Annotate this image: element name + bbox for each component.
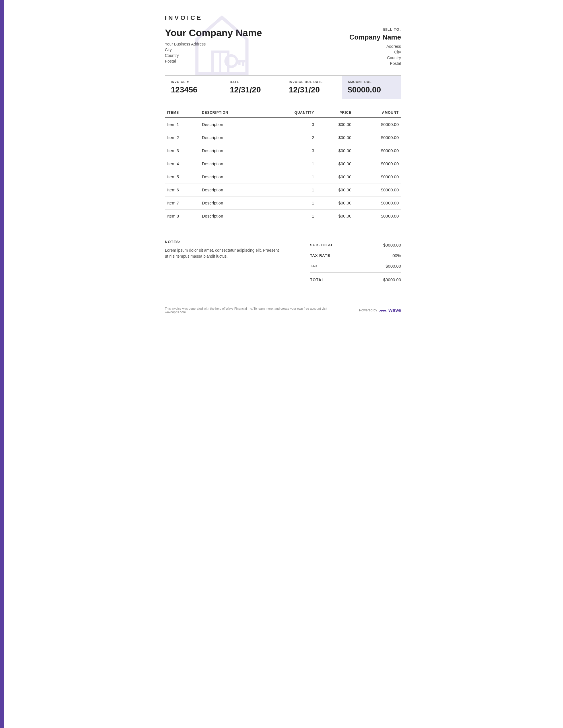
powered-label: Powered by: [359, 308, 377, 312]
col-amount: AMOUNT: [354, 108, 401, 118]
notes-text: Lorem ipsum dolor sit amet, consectetur …: [165, 247, 283, 259]
company-address: Your Business Address: [165, 42, 339, 46]
item-name: Item 8: [165, 210, 200, 223]
amount-due-value: $0000.00: [348, 85, 395, 94]
item-name: Item 4: [165, 157, 200, 170]
company-country: Country: [165, 53, 339, 58]
wave-logo: wave: [379, 307, 401, 313]
bill-to-section: BILL TO: Company Name Address City Count…: [339, 27, 401, 67]
item-quantity: 1: [265, 197, 316, 210]
notes-label: NOTES:: [165, 240, 283, 244]
table-row: Item 7 Description 1 $00.00 $0000.00: [165, 197, 401, 210]
item-price: $00.00: [316, 144, 354, 157]
bottom-section: NOTES: Lorem ipsum dolor sit amet, conse…: [165, 231, 401, 285]
item-amount: $0000.00: [354, 118, 401, 131]
powered-by: Powered by wave: [359, 307, 401, 313]
bill-to-label: BILL TO:: [339, 27, 401, 32]
items-table: ITEMS DESCRIPTION QUANTITY PRICE AMOUNT …: [165, 108, 401, 222]
item-description: Description: [199, 170, 265, 183]
meta-amount-due: AMOUNT DUE $0000.00: [342, 76, 401, 99]
item-name: Item 3: [165, 144, 200, 157]
tax-rate-row: TAX RATE 00%: [310, 250, 401, 261]
item-description: Description: [199, 210, 265, 223]
table-header-row: ITEMS DESCRIPTION QUANTITY PRICE AMOUNT: [165, 108, 401, 118]
col-items: ITEMS: [165, 108, 200, 118]
item-name: Item 5: [165, 170, 200, 183]
item-quantity: 3: [265, 144, 316, 157]
invoice-title: INVOICE: [165, 14, 202, 22]
meta-invoice-num: INVOICE # 123456: [165, 76, 224, 99]
tax-value: $000.00: [386, 264, 401, 268]
table-row: Item 6 Description 1 $00.00 $0000.00: [165, 183, 401, 197]
company-postal: Postal: [165, 59, 339, 63]
bill-city: City: [339, 50, 401, 54]
item-price: $00.00: [316, 170, 354, 183]
item-quantity: 3: [265, 118, 316, 131]
total-row: TOTAL $0000.00: [310, 274, 401, 285]
bill-address: Address: [339, 44, 401, 49]
title-divider: [208, 18, 401, 18]
item-name: Item 6: [165, 183, 200, 197]
item-amount: $0000.00: [354, 170, 401, 183]
meta-date: DATE 12/31/20: [224, 76, 283, 99]
item-price: $00.00: [316, 183, 354, 197]
company-city: City: [165, 47, 339, 52]
item-price: $00.00: [316, 197, 354, 210]
total-value: $0000.00: [383, 277, 401, 282]
item-name: Item 2: [165, 131, 200, 144]
item-price: $00.00: [316, 157, 354, 170]
item-amount: $0000.00: [354, 157, 401, 170]
item-quantity: 1: [265, 157, 316, 170]
item-amount: $0000.00: [354, 131, 401, 144]
table-row: Item 4 Description 1 $00.00 $0000.00: [165, 157, 401, 170]
header-section: Your Company Name Your Business Address …: [165, 27, 401, 67]
item-description: Description: [199, 157, 265, 170]
item-amount: $0000.00: [354, 197, 401, 210]
footer: This invoice was generated with the help…: [165, 302, 401, 314]
tax-row: TAX $000.00: [310, 261, 401, 271]
col-description: DESCRIPTION: [199, 108, 265, 118]
item-description: Description: [199, 131, 265, 144]
subtotal-label: SUB-TOTAL: [310, 243, 334, 247]
bill-country: Country: [339, 55, 401, 60]
item-amount: $0000.00: [354, 183, 401, 197]
item-description: Description: [199, 197, 265, 210]
amount-due-label: AMOUNT DUE: [348, 80, 395, 84]
wave-icon: [379, 308, 387, 313]
item-quantity: 1: [265, 183, 316, 197]
notes-section: NOTES: Lorem ipsum dolor sit amet, conse…: [165, 240, 283, 259]
wave-label: wave: [388, 307, 401, 313]
item-quantity: 1: [265, 210, 316, 223]
date-value: 12/31/20: [230, 85, 277, 94]
table-row: Item 8 Description 1 $00.00 $0000.00: [165, 210, 401, 223]
subtotal-row: SUB-TOTAL $0000.00: [310, 240, 401, 250]
item-description: Description: [199, 183, 265, 197]
item-quantity: 1: [265, 170, 316, 183]
due-date-label: INVOICE DUE DATE: [289, 80, 336, 84]
subtotal-value: $0000.00: [383, 243, 401, 247]
item-description: Description: [199, 118, 265, 131]
bill-company-name: Company Name: [339, 33, 401, 41]
item-name: Item 1: [165, 118, 200, 131]
invoice-num-label: INVOICE #: [171, 80, 218, 84]
company-name: Your Company Name: [165, 27, 339, 38]
date-label: DATE: [230, 80, 277, 84]
total-label: TOTAL: [310, 278, 324, 282]
company-section: Your Company Name Your Business Address …: [165, 27, 339, 65]
totals-section: SUB-TOTAL $0000.00 TAX RATE 00% TAX $000…: [310, 240, 401, 285]
bill-postal: Postal: [339, 61, 401, 66]
totals-divider: [310, 272, 401, 273]
table-row: Item 2 Description 2 $00.00 $0000.00: [165, 131, 401, 144]
invoice-meta: INVOICE # 123456 DATE 12/31/20 INVOICE D…: [165, 75, 401, 99]
item-price: $00.00: [316, 131, 354, 144]
footer-text: This invoice was generated with the help…: [165, 307, 336, 314]
tax-rate-value: 00%: [392, 253, 401, 258]
tax-rate-label: TAX RATE: [310, 253, 330, 258]
item-amount: $0000.00: [354, 144, 401, 157]
col-price: PRICE: [316, 108, 354, 118]
item-amount: $0000.00: [354, 210, 401, 223]
invoice-num-value: 123456: [171, 85, 218, 94]
due-date-value: 12/31/20: [289, 85, 336, 94]
item-price: $00.00: [316, 118, 354, 131]
item-name: Item 7: [165, 197, 200, 210]
